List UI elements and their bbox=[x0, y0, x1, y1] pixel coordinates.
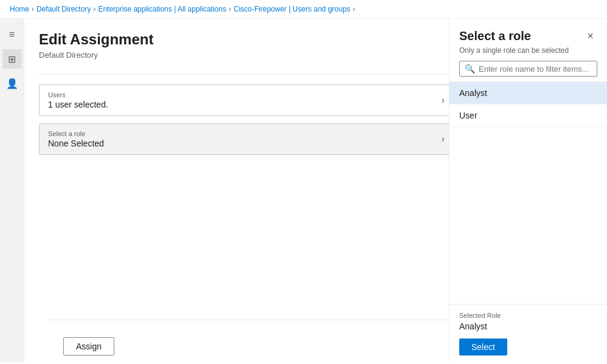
role-panel-header: Select a role × Only a single role can b… bbox=[449, 19, 607, 82]
role-panel-title: Select a role bbox=[459, 29, 531, 43]
role-panel: Select a role × Only a single role can b… bbox=[449, 19, 607, 363]
sidebar-grid-icon[interactable]: ⊞ bbox=[2, 49, 22, 69]
search-icon: 🔍 bbox=[465, 64, 475, 74]
directory-subtitle: Default Directory bbox=[39, 50, 454, 60]
users-field-row[interactable]: Users 1 user selected. › bbox=[40, 85, 453, 115]
left-sidebar: ≡ ⊞ 👤 bbox=[0, 19, 24, 363]
assign-button[interactable]: Assign bbox=[63, 337, 114, 355]
users-chevron-icon: › bbox=[442, 95, 445, 106]
role-panel-subtitle: Only a single role can be selected bbox=[459, 46, 597, 55]
role-item-user[interactable]: User bbox=[449, 105, 607, 127]
users-value: 1 user selected. bbox=[48, 100, 108, 109]
role-list: Analyst User bbox=[449, 82, 607, 304]
role-field-section: Select a role None Selected › bbox=[39, 123, 454, 155]
selected-role-label: Selected Role bbox=[459, 312, 597, 319]
breadcrumb: Home › Default Directory › Enterprise ap… bbox=[0, 0, 607, 19]
breadcrumb-cisco-firepower[interactable]: Cisco-Firepower | Users and groups bbox=[234, 5, 350, 13]
role-panel-footer: Selected Role Analyst Select bbox=[449, 304, 607, 363]
role-chevron-icon: › bbox=[442, 134, 445, 145]
breadcrumb-home[interactable]: Home bbox=[10, 5, 29, 13]
divider bbox=[39, 74, 454, 75]
role-item-analyst[interactable]: Analyst bbox=[449, 82, 607, 105]
selected-role-value: Analyst bbox=[459, 321, 597, 331]
role-search-box[interactable]: 🔍 bbox=[459, 61, 597, 77]
role-label: Select a role bbox=[48, 130, 104, 137]
role-search-input[interactable] bbox=[479, 64, 592, 74]
breadcrumb-directory[interactable]: Default Directory bbox=[36, 5, 91, 13]
select-button[interactable]: Select bbox=[459, 338, 507, 355]
users-field-section: Users 1 user selected. › bbox=[39, 84, 454, 116]
role-value: None Selected bbox=[48, 139, 104, 148]
close-button[interactable]: × bbox=[583, 29, 597, 44]
breadcrumb-enterprise-apps[interactable]: Enterprise applications | All applicatio… bbox=[98, 5, 226, 13]
edit-panel: Edit Assignment Default Directory Users … bbox=[24, 19, 468, 174]
page-title: Edit Assignment bbox=[39, 31, 454, 48]
bottom-bar: Assign bbox=[49, 320, 449, 363]
users-label: Users bbox=[48, 91, 108, 98]
sidebar-menu-icon[interactable]: ≡ bbox=[2, 25, 22, 44]
role-field-row[interactable]: Select a role None Selected › bbox=[40, 124, 453, 154]
sidebar-user-icon[interactable]: 👤 bbox=[2, 74, 22, 93]
